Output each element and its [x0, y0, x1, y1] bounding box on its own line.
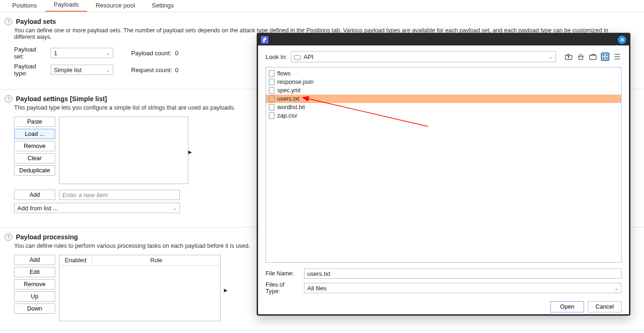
file-name: response.json [277, 79, 314, 85]
proc-edit-button[interactable]: Edit [14, 267, 55, 277]
file-name: users.txt [277, 96, 299, 102]
dialog-titlebar[interactable]: ✕ [258, 34, 629, 45]
file-icon [269, 112, 274, 119]
file-icon [269, 87, 274, 94]
proc-remove-button[interactable]: Remove [14, 279, 55, 289]
expand-icon[interactable]: ▶ [224, 288, 228, 293]
chevron-down-icon: ⌄ [106, 67, 110, 73]
svg-rect-5 [602, 57, 605, 59]
file-name: flows [277, 70, 290, 77]
payload-set-select[interactable]: 1 ⌄ [51, 48, 113, 58]
load-button[interactable]: Load ... [14, 129, 55, 139]
svg-rect-1 [579, 57, 583, 59]
filename-input[interactable]: users.txt [304, 268, 622, 279]
file-list[interactable]: flowsresponse.jsonspec.ymlusers.txtwordl… [266, 67, 622, 263]
request-count-value: 0 [175, 67, 178, 74]
file-icon [269, 79, 274, 85]
clear-button[interactable]: Clear [14, 153, 55, 163]
remove-button[interactable]: Remove [14, 141, 55, 151]
filetype-label: Files of Type: [266, 281, 299, 295]
col-enabled[interactable]: Enabled [59, 257, 92, 264]
chevron-down-icon: ⌄ [106, 51, 110, 56]
grid-view-icon[interactable] [601, 52, 609, 61]
folder-icon [294, 55, 301, 60]
chevron-down-icon: ⌄ [173, 206, 177, 211]
file-name: zap.csv [277, 112, 297, 119]
new-folder-icon[interactable] [589, 52, 597, 61]
home-icon[interactable] [577, 52, 585, 61]
expand-icon[interactable]: ▶ [188, 149, 192, 155]
tab-payloads[interactable]: Payloads [45, 0, 87, 12]
request-count-label: Request count: [131, 67, 173, 74]
open-button[interactable]: Open [550, 301, 584, 312]
payload-settings-title: Payload settings [Simple list] [16, 95, 107, 103]
tab-settings[interactable]: Settings [143, 0, 182, 12]
file-icon [269, 104, 274, 111]
proc-up-button[interactable]: Up [14, 291, 55, 302]
add-from-list-select[interactable]: Add from list ... ⌄ [14, 203, 180, 213]
close-icon[interactable]: ✕ [618, 36, 626, 44]
chevron-down-icon: ⌄ [549, 54, 553, 59]
help-icon[interactable]: ? [5, 95, 12, 103]
top-tabs: Positions Payloads Resource pool Setting… [0, 0, 644, 12]
look-in-label: Look In: [266, 53, 287, 60]
filetype-select[interactable]: All files ⌄ [304, 283, 622, 293]
tab-resource-pool[interactable]: Resource pool [87, 0, 143, 12]
filetype-value: All files [307, 285, 326, 292]
payload-list[interactable] [59, 117, 188, 184]
file-item[interactable]: spec.yml [266, 86, 621, 95]
svg-rect-3 [602, 54, 605, 56]
cancel-button[interactable]: Cancel [588, 301, 622, 312]
burp-logo-icon [261, 36, 268, 44]
svg-rect-4 [606, 54, 608, 56]
filename-label: File Name: [266, 270, 299, 277]
add-button[interactable]: Add [14, 190, 55, 200]
file-name: spec.yml [277, 87, 300, 94]
file-item[interactable]: users.txt [266, 95, 621, 103]
file-name: wordlist.txt [277, 104, 305, 111]
payload-set-value: 1 [54, 50, 57, 57]
payload-type-value: Simple list [54, 67, 81, 74]
payload-set-label: Payload set: [14, 46, 47, 60]
col-rule[interactable]: Rule [92, 257, 220, 264]
svg-rect-2 [590, 55, 596, 59]
file-item[interactable]: flows [266, 69, 621, 78]
look-in-select[interactable]: API ⌄ [291, 51, 556, 62]
chevron-down-icon: ⌄ [614, 286, 618, 291]
proc-down-button[interactable]: Down [14, 303, 55, 314]
svg-rect-6 [606, 57, 608, 59]
proc-add-button[interactable]: Add [14, 255, 55, 265]
file-icon [269, 96, 274, 102]
payload-processing-title: Payload processing [16, 233, 78, 241]
look-in-value: API [303, 53, 313, 60]
payload-type-select[interactable]: Simple list ⌄ [51, 65, 113, 75]
file-open-dialog: ✕ Look In: API ⌄ flowsresponse.jsonspec.… [257, 33, 630, 316]
add-from-list-label: Add from list ... [17, 205, 58, 212]
up-folder-icon[interactable] [564, 52, 573, 61]
payload-type-label: Payload type: [14, 63, 47, 77]
help-icon[interactable]: ? [5, 233, 12, 241]
payload-sets-title: Payload sets [16, 18, 56, 25]
file-item[interactable]: wordlist.txt [266, 103, 621, 111]
help-icon[interactable]: ? [5, 18, 12, 25]
file-item[interactable]: zap.csv [266, 111, 621, 120]
payload-count-value: 0 [175, 50, 178, 57]
payload-count-label: Payload count: [131, 50, 173, 57]
dedup-button[interactable]: Deduplicate [14, 165, 55, 176]
paste-button[interactable]: Paste [14, 117, 55, 127]
new-item-input[interactable]: Enter a new item [59, 190, 180, 200]
file-icon [269, 70, 274, 77]
list-view-icon[interactable] [613, 52, 622, 61]
processing-rules-table[interactable]: Enabled Rule [59, 255, 221, 321]
file-item[interactable]: response.json [266, 78, 621, 86]
tab-positions[interactable]: Positions [4, 0, 45, 12]
